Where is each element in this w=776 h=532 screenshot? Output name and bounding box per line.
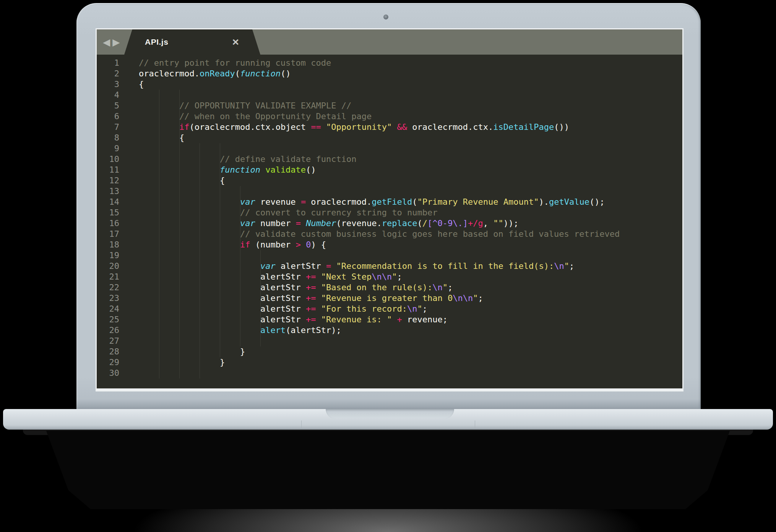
code-line-6: 6 // when on the Opportunity Detail page	[97, 111, 682, 122]
code-line-18: 18 if (number > 0) {	[97, 239, 682, 250]
indent-guide	[240, 186, 240, 346]
line-number: 8	[97, 133, 119, 143]
code-line-12: 12 {	[97, 175, 682, 186]
tab-nav-arrows: ◀ ▶	[103, 29, 120, 55]
screen-bezel: ◀ ▶ API.js × 1// entry point for running…	[96, 28, 683, 391]
code-line-24: 24 alertStr += "For this record:\n";	[97, 304, 682, 314]
webcam-icon	[383, 15, 388, 19]
code-line-11: 11 function validate()	[97, 165, 682, 175]
code-text: }	[139, 357, 225, 368]
line-number: 2	[97, 68, 119, 79]
laptop-base	[3, 409, 773, 430]
code-text: {	[139, 175, 225, 186]
code-text: var revenue = oraclecrmod.getField("Prim…	[139, 197, 605, 207]
code-line-21: 21 alertStr += "Next Step\n\n";	[97, 272, 682, 282]
laptop-screen-shell: ◀ ▶ API.js × 1// entry point for running…	[76, 3, 701, 409]
close-icon[interactable]: ×	[232, 36, 239, 48]
code-line-7: 7 if(oraclecrmod.ctx.object == "Opportun…	[97, 122, 682, 133]
code-line-2: 2oraclecrmod.onReady(function()	[97, 68, 682, 79]
line-number: 19	[97, 250, 119, 261]
indent-guide	[179, 90, 180, 378]
code-text: oraclecrmod.onReady(function()	[139, 68, 291, 79]
indent-guide	[260, 250, 261, 346]
code-line-10: 10 // define validate function	[97, 154, 682, 165]
code-line-4: 4	[97, 90, 682, 100]
line-number: 3	[97, 79, 119, 90]
line-number: 28	[97, 346, 119, 357]
line-number: 4	[97, 90, 119, 100]
code-text: if (number > 0) {	[139, 239, 326, 250]
indent-guide	[159, 90, 159, 378]
line-number: 17	[97, 229, 119, 239]
line-number: 30	[97, 368, 119, 378]
code-line-30: 30	[97, 368, 682, 378]
code-text: alertStr += "Next Step\n\n";	[139, 272, 402, 282]
laptop-base-notch	[326, 409, 454, 419]
code-line-26: 26 alert(alertStr);	[97, 325, 682, 336]
code-line-3: 3{	[97, 79, 682, 90]
indent-guide	[200, 143, 200, 378]
code-text: // define validate function	[139, 154, 357, 165]
line-number: 15	[97, 207, 119, 218]
editor-tab-bar: ◀ ▶ API.js ×	[97, 29, 682, 55]
line-number: 6	[97, 111, 119, 122]
code-text: var alertStr = "Recommendation is to fil…	[139, 261, 574, 272]
code-line-22: 22 alertStr += "Based on the rule(s):\n"…	[97, 282, 682, 293]
code-area[interactable]: 1// entry point for running custom code2…	[97, 55, 682, 378]
code-text: alertStr += "Revenue is greater than 0\n…	[139, 293, 483, 304]
line-number: 13	[97, 186, 119, 197]
line-number: 21	[97, 272, 119, 282]
code-line-1: 1// entry point for running custom code	[97, 58, 682, 68]
tab-title: API.js	[145, 37, 168, 47]
code-line-29: 29 }	[97, 357, 682, 368]
code-text: var number = Number(revenue.replace(/[^0…	[139, 218, 519, 229]
indent-guide	[220, 143, 220, 357]
code-lines: 1// entry point for running custom code2…	[97, 58, 682, 378]
line-number: 22	[97, 282, 119, 293]
base-seam	[475, 420, 475, 428]
code-text: alertStr += "For this record:\n";	[139, 304, 427, 314]
line-number: 18	[97, 239, 119, 250]
back-icon[interactable]: ◀	[103, 37, 110, 47]
code-line-9: 9	[97, 143, 682, 154]
line-number: 1	[97, 58, 119, 68]
code-line-25: 25 alertStr += "Revenue is: " + revenue;	[97, 314, 682, 325]
line-number: 25	[97, 314, 119, 325]
code-text: // validate custom business logic goes h…	[139, 229, 620, 239]
code-line-19: 19	[97, 250, 682, 261]
code-line-13: 13	[97, 186, 682, 197]
code-text: if(oraclecrmod.ctx.object == "Opportunit…	[139, 122, 569, 133]
line-number: 26	[97, 325, 119, 336]
code-text: {	[139, 133, 184, 143]
base-seam	[301, 420, 302, 428]
line-number: 14	[97, 197, 119, 207]
line-number: 5	[97, 100, 119, 111]
line-number: 12	[97, 175, 119, 186]
line-number: 16	[97, 218, 119, 229]
code-line-16: 16 var number = Number(revenue.replace(/…	[97, 218, 682, 229]
code-line-27: 27	[97, 336, 682, 346]
code-text: function validate()	[139, 165, 316, 175]
code-line-8: 8 {	[97, 133, 682, 143]
scene: ◀ ▶ API.js × 1// entry point for running…	[0, 0, 776, 532]
code-editor-window: ◀ ▶ API.js × 1// entry point for running…	[97, 29, 682, 388]
line-number: 29	[97, 357, 119, 368]
code-line-14: 14 var revenue = oraclecrmod.getField("P…	[97, 197, 682, 207]
line-number: 24	[97, 304, 119, 314]
code-line-17: 17 // validate custom business logic goe…	[97, 229, 682, 239]
code-line-20: 20 var alertStr = "Recommendation is to …	[97, 261, 682, 272]
code-text: {	[139, 79, 144, 90]
code-line-5: 5 // OPPORTUNITY VALIDATE EXAMPLE //	[97, 100, 682, 111]
line-number: 10	[97, 154, 119, 165]
hinge-shade	[76, 399, 701, 409]
code-text: // OPPORTUNITY VALIDATE EXAMPLE //	[139, 100, 351, 111]
line-number: 23	[97, 293, 119, 304]
laptop-shadow	[42, 431, 734, 509]
tab-api-js[interactable]: API.js ×	[124, 29, 260, 55]
code-text: alertStr += "Based on the rule(s):\n";	[139, 282, 453, 293]
code-line-23: 23 alertStr += "Revenue is greater than …	[97, 293, 682, 304]
code-text: // entry point for running custom code	[139, 58, 331, 68]
forward-icon[interactable]: ▶	[112, 37, 120, 47]
line-number: 27	[97, 336, 119, 346]
line-number: 20	[97, 261, 119, 272]
